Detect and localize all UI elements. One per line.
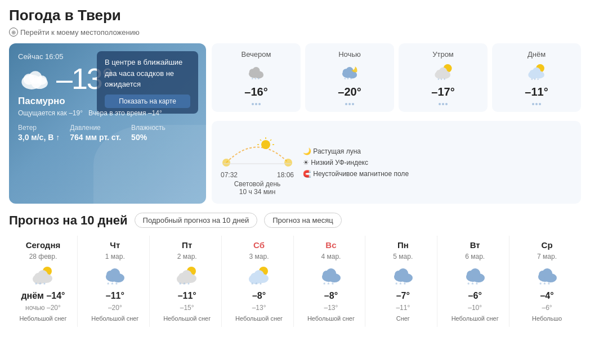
morning-icon: * * * bbox=[433, 62, 453, 82]
popup-text: В центре в ближайшие два часа осадков не… bbox=[105, 57, 190, 90]
month-forecast-btn[interactable]: Прогноз на месяц bbox=[264, 213, 342, 228]
svg-line-32 bbox=[270, 140, 271, 141]
sun-times: 07:32 18:06 bbox=[221, 171, 294, 179]
day-card-fri: Пт 2 мар. * * * –11° –15° Небольшой снег bbox=[153, 236, 222, 327]
current-weather-card: Сейчас 16:05 –13° В центре в ближайшие д… bbox=[9, 43, 206, 204]
page-title: Погода в Твери bbox=[9, 7, 581, 24]
sat-icon: * * * bbox=[247, 263, 271, 288]
uv-index: ☀ Низкий УФ-индекс bbox=[301, 159, 409, 167]
fri-icon: * * * bbox=[175, 263, 199, 288]
svg-point-8 bbox=[252, 67, 260, 74]
svg-text:* * *: * * * bbox=[323, 281, 334, 288]
svg-text:* * *: * * * bbox=[437, 78, 446, 82]
svg-point-74 bbox=[470, 268, 480, 278]
svg-point-27 bbox=[533, 68, 541, 76]
location-link[interactable]: ⊕ Перейти к моему местоположению bbox=[9, 28, 581, 37]
sunset-time: 18:06 bbox=[277, 171, 294, 179]
forecast-section: Прогноз на 10 дней Подробный прогноз на … bbox=[9, 213, 581, 327]
snow-dots-night bbox=[345, 103, 354, 105]
svg-text:* * *: * * * bbox=[539, 281, 551, 288]
svg-point-47 bbox=[110, 268, 120, 278]
snow-dots-evening bbox=[252, 103, 261, 105]
hourly-card-night: Ночью * * * –20° bbox=[305, 43, 394, 112]
wed-icon: * * * bbox=[535, 263, 560, 288]
night-icon: * * * bbox=[339, 62, 360, 82]
svg-text:* * *: * * * bbox=[252, 77, 260, 82]
sun-info-card: 07:32 18:06 Световой день 10 ч 34 мин 🌙 … bbox=[212, 121, 581, 204]
forecast-title: Прогноз на 10 дней bbox=[9, 213, 128, 228]
day-card-tue: Вт 6 мар. * * * –6° –10° Небольшой снег bbox=[441, 236, 509, 327]
svg-text:* * *: * * * bbox=[35, 281, 46, 288]
svg-text:* * *: * * * bbox=[179, 281, 190, 288]
feels-row: Ощущается как –19° Вчера в это время –14… bbox=[18, 109, 197, 117]
forecast-popup: В центре в ближайшие два часа осадков не… bbox=[97, 51, 198, 114]
day-card-sun: Вс 4 мар. * * * –8° –13° Небольшой снег bbox=[297, 236, 366, 327]
hourly-card-morning: Утром * * * –17° bbox=[399, 43, 488, 112]
svg-point-29 bbox=[261, 140, 270, 149]
forecast-header: Прогноз на 10 дней Подробный прогноз на … bbox=[9, 213, 581, 228]
moon-phase: 🌙 Растущая луна bbox=[301, 147, 409, 155]
svg-text:* * *: * * * bbox=[107, 281, 118, 288]
evening-icon: * * * bbox=[246, 62, 266, 82]
svg-text:* * *: * * * bbox=[531, 78, 539, 82]
day-card-thu: Чт 1 мар. * * * –11° –20° Небольшой снег bbox=[81, 236, 150, 327]
svg-point-36 bbox=[284, 159, 292, 167]
sunrise-time: 07:32 bbox=[221, 171, 238, 179]
day-card-sat: Сб 3 мар. * * * –8° –13° Небольшой снег bbox=[225, 236, 294, 327]
show-on-map-button[interactable]: Показать на карте bbox=[105, 95, 190, 108]
hourly-card-afternoon: Днём * * * –11° bbox=[492, 43, 581, 112]
afternoon-icon: * * * bbox=[526, 62, 547, 82]
svg-point-42 bbox=[38, 270, 48, 280]
snow-dots-morning bbox=[439, 103, 448, 105]
day-card-today: Сегодня 28 февр. * * * днём –14° ночью –… bbox=[9, 236, 78, 327]
hourly-card-evening: Вечером * * * –16° bbox=[212, 43, 301, 112]
tue-icon: * * * bbox=[463, 263, 488, 288]
location-icon: ⊕ bbox=[9, 28, 18, 37]
day-card-wed: Ср 7 мар. * * * –4° –6° Небольшо bbox=[513, 236, 581, 327]
svg-point-4 bbox=[37, 75, 47, 84]
mon-icon: * * * bbox=[391, 263, 415, 288]
humidity-detail: Влажность 50% bbox=[131, 124, 166, 142]
svg-text:* * *: * * * bbox=[251, 281, 262, 288]
svg-point-79 bbox=[542, 268, 552, 278]
days-row: Сегодня 28 февр. * * * днём –14° ночью –… bbox=[9, 236, 581, 327]
svg-point-64 bbox=[326, 268, 336, 278]
sun-meta: 🌙 Растущая луна ☀ Низкий УФ-индекс 🧲 Неу… bbox=[301, 147, 409, 178]
svg-point-69 bbox=[398, 268, 408, 278]
thu-icon: * * * bbox=[102, 263, 127, 288]
top-section: Сейчас 16:05 –13° В центре в ближайшие д… bbox=[9, 43, 581, 204]
sun-icon: * * * bbox=[319, 263, 343, 288]
pressure-detail: Давление 764 мм рт. ст. bbox=[70, 124, 121, 142]
svg-text:* * *: * * * bbox=[467, 281, 479, 288]
svg-point-53 bbox=[182, 270, 192, 280]
right-top: Вечером * * * –16° bbox=[212, 43, 581, 204]
svg-text:* * *: * * * bbox=[344, 77, 352, 82]
yesterday-temp: Вчера в это время –14° bbox=[88, 109, 162, 117]
svg-point-35 bbox=[222, 159, 230, 167]
magnetic-field: 🧲 Неустойчивое магнитное поле bbox=[301, 170, 409, 178]
cloud-icon-big bbox=[18, 66, 52, 92]
sun-arc: 07:32 18:06 Световой день 10 ч 34 мин bbox=[221, 129, 294, 196]
svg-text:* * *: * * * bbox=[395, 281, 406, 288]
daylight-label: Световой день 10 ч 34 мин bbox=[221, 180, 294, 196]
weather-details: Ветер 3,0 м/с, В ↑ Давление 764 мм рт. с… bbox=[18, 124, 197, 142]
day-card-mon: Пн 5 мар. * * * –7° –11° Снег bbox=[369, 236, 437, 327]
feels-like: Ощущается как –19° bbox=[18, 109, 83, 117]
svg-line-31 bbox=[260, 140, 261, 141]
today-icon: * * * bbox=[30, 263, 55, 288]
hourly-forecast: Вечером * * * –16° bbox=[212, 43, 581, 112]
wind-detail: Ветер 3,0 м/с, В ↑ bbox=[18, 124, 60, 142]
svg-point-59 bbox=[254, 270, 264, 280]
svg-point-21 bbox=[439, 68, 448, 76]
snow-dots-afternoon bbox=[532, 103, 541, 105]
detailed-forecast-btn[interactable]: Подробный прогноз на 10 дней bbox=[135, 213, 258, 228]
